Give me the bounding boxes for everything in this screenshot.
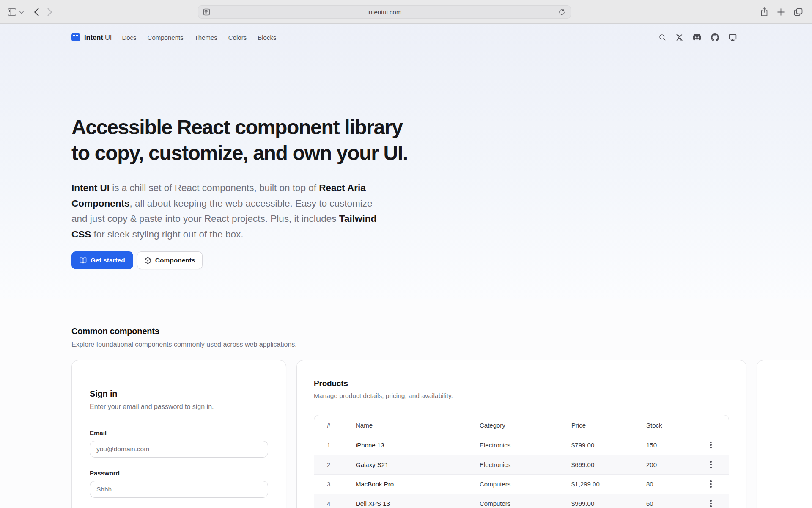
chevron-down-icon[interactable] [19,8,24,16]
nav-link-colors[interactable]: Colors [228,34,247,41]
theme-toggle-button[interactable] [729,33,737,41]
column-header-price[interactable]: Price [571,422,646,429]
common-components-section: Common components Explore foundational c… [0,299,812,508]
nav-link-docs[interactable]: Docs [122,34,136,41]
hero-section: IntentUI Docs Components Themes Colors B… [0,24,812,299]
brand-name: IntentUI [84,33,112,41]
row-actions-menu-button[interactable] [705,478,717,490]
components-button[interactable]: Components [137,251,203,269]
navbar-icons [658,33,737,41]
discord-button[interactable] [693,34,701,41]
share-button[interactable] [760,7,768,17]
address-bar[interactable]: intentui.com [198,5,571,19]
products-table: # Name Category Price Stock 1 iPhone 13 … [314,415,729,508]
component-cards-row: Sign in Enter your email and password to… [71,360,812,508]
x-twitter-button[interactable] [676,34,683,41]
row-actions-menu-button[interactable] [705,498,717,508]
tab-overview-button[interactable] [794,8,803,16]
navbar: IntentUI Docs Components Themes Colors B… [71,24,812,51]
hero-description: Intent UI is a chill set of React compon… [71,180,384,242]
table-row[interactable]: 3 MacBook Pro Computers $1,299.00 80 [314,474,729,494]
toolbar-left-group [8,0,52,24]
brand-logo-link[interactable]: IntentUI [71,33,112,41]
email-label: Email [90,429,268,436]
row-actions-menu-button[interactable] [705,459,717,471]
intent-ui-logo-icon [71,33,80,41]
get-started-button[interactable]: Get started [71,251,133,269]
page: IntentUI Docs Components Themes Colors B… [0,24,812,508]
signin-subtitle: Enter your email and password to sign in… [90,403,268,411]
email-field-group: Email [90,429,268,458]
monitor-icon [729,33,737,41]
next-component-card [757,360,812,508]
navbar-links: IntentUI Docs Components Themes Colors B… [71,33,276,41]
signin-title: Sign in [90,389,268,399]
nav-link-themes[interactable]: Themes [195,34,217,41]
section-subtitle: Explore foundational components commonly… [71,341,812,348]
signin-card: Sign in Enter your email and password to… [71,360,286,508]
x-twitter-icon [676,34,683,41]
github-button[interactable] [711,33,719,41]
nav-link-components[interactable]: Components [148,34,184,41]
row-actions-menu-button[interactable] [705,439,717,451]
products-title: Products [314,379,729,388]
table-row[interactable]: 4 Dell XPS 13 Computers $999.00 60 [314,494,729,508]
products-card: Products Manage product details, pricing… [296,360,746,508]
nav-link-blocks[interactable]: Blocks [258,34,276,41]
discord-icon [693,34,701,41]
section-title: Common components [71,326,812,336]
column-header-category[interactable]: Category [480,422,571,429]
hero-heading: Accessible React component library to co… [71,114,812,166]
column-header-stock[interactable]: Stock [646,422,705,429]
new-tab-button[interactable] [777,8,785,16]
products-subtitle: Manage product details, pricing, and ava… [314,392,729,400]
package-cube-icon [144,257,151,264]
cta-row: Get started Components [71,251,812,269]
sidebar-toggle-button[interactable] [8,8,16,16]
back-button[interactable] [34,8,39,16]
password-label: Password [90,469,268,477]
github-icon [711,33,719,41]
sidebar-icon [8,8,16,16]
password-field-group: Password [90,469,268,498]
password-field[interactable] [90,481,268,498]
column-header-id[interactable]: # [327,422,356,429]
url-text: intentui.com [198,8,571,16]
toolbar-right-group [760,0,803,24]
browser-toolbar: intentui.com [0,0,812,24]
table-row[interactable]: 1 iPhone 13 Electronics $799.00 150 [314,435,729,455]
search-button[interactable] [658,33,666,41]
plus-icon [777,8,785,16]
table-header-row: # Name Category Price Stock [314,415,729,435]
email-field[interactable] [90,441,268,458]
table-row[interactable]: 2 Galaxy S21 Electronics $699.00 200 [314,455,729,474]
search-icon [658,33,666,41]
forward-button[interactable] [47,8,52,16]
reader-view-icon[interactable] [203,8,210,17]
tabs-icon [794,8,803,16]
share-icon [760,7,768,17]
reload-icon[interactable] [558,8,565,17]
book-open-icon [80,257,87,264]
column-header-name[interactable]: Name [356,422,480,429]
